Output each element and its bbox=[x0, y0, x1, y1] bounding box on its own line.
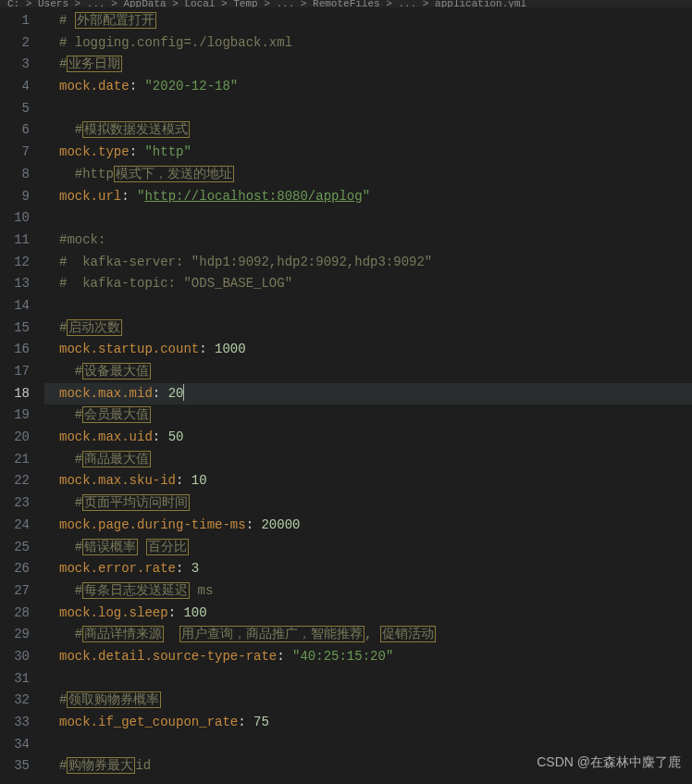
code-line[interactable]: mock.max.sku-id: 10 bbox=[44, 470, 692, 492]
code-line[interactable] bbox=[44, 295, 692, 317]
code-line[interactable]: mock.date: "2020-12-18" bbox=[44, 76, 692, 98]
code-line[interactable]: mock.error.rate: 3 bbox=[44, 558, 692, 580]
code-token: : bbox=[277, 649, 292, 664]
code-line[interactable]: #商品详情来源 用户查询，商品推广，智能推荐, 促销活动 bbox=[44, 624, 692, 646]
code-line[interactable]: #业务日期 bbox=[44, 54, 692, 76]
code-token: : bbox=[130, 79, 145, 93]
code-line[interactable] bbox=[44, 98, 692, 120]
line-number: 26 bbox=[0, 558, 44, 580]
code-line[interactable]: #每条日志发送延迟 ms bbox=[44, 580, 692, 603]
code-line[interactable]: # 外部配置打开 bbox=[44, 10, 692, 32]
code-token: 领取购物券概率 bbox=[67, 691, 161, 708]
code-line[interactable]: mock.type: "http" bbox=[44, 142, 692, 164]
code-token: 页面平均访问时间 bbox=[82, 494, 190, 511]
code-token: 外部配置打开 bbox=[75, 12, 156, 29]
code-token: mock.detail.source-type-rate bbox=[59, 649, 277, 664]
code-line[interactable]: #mock: bbox=[44, 230, 692, 252]
code-token: mock.type bbox=[59, 144, 130, 159]
code-line[interactable]: #页面平均访问时间 bbox=[44, 492, 692, 515]
code-line[interactable]: mock.max.mid: 20 bbox=[44, 383, 692, 405]
line-number: 21 bbox=[0, 449, 44, 471]
code-line[interactable]: #启动次数 bbox=[44, 317, 692, 340]
line-number: 7 bbox=[0, 142, 44, 164]
code-token: " bbox=[363, 189, 370, 204]
line-number: 27 bbox=[0, 580, 44, 603]
line-number: 5 bbox=[0, 98, 44, 120]
code-token: # bbox=[59, 407, 82, 422]
line-number: 11 bbox=[0, 230, 44, 252]
line-number: 19 bbox=[0, 404, 44, 427]
code-token: http://localhost:8080/applog bbox=[144, 189, 362, 204]
code-line[interactable]: #错误概率 百分比 bbox=[44, 537, 692, 559]
line-number: 4 bbox=[0, 76, 44, 98]
line-number: 14 bbox=[0, 295, 44, 317]
code-token: : bbox=[176, 473, 192, 488]
code-line[interactable] bbox=[44, 668, 692, 691]
code-token: : bbox=[130, 144, 145, 159]
code-token: 1000 bbox=[215, 342, 246, 356]
code-line[interactable] bbox=[44, 207, 692, 230]
code-line[interactable]: mock.max.uid: 50 bbox=[44, 427, 692, 449]
code-token: 10 bbox=[192, 473, 207, 488]
code-token: # bbox=[59, 495, 82, 510]
code-token: 启动次数 bbox=[67, 319, 122, 336]
code-token: 设备最大值 bbox=[82, 363, 151, 380]
code-line[interactable]: #商品最大值 bbox=[44, 449, 692, 471]
line-number: 25 bbox=[0, 537, 44, 559]
code-token: 促销活动 bbox=[380, 626, 436, 642]
code-token: mock.error.rate bbox=[59, 561, 176, 576]
code-token: , bbox=[365, 627, 380, 641]
code-line[interactable]: mock.if_get_coupon_rate: 75 bbox=[44, 712, 692, 734]
code-token: : bbox=[238, 715, 253, 729]
line-number: 2 bbox=[0, 32, 44, 55]
code-token: : bbox=[199, 342, 215, 356]
code-line[interactable]: mock.detail.source-type-rate: "40:25:15:… bbox=[44, 646, 692, 668]
code-token: : bbox=[153, 429, 168, 444]
line-number: 28 bbox=[0, 603, 44, 625]
code-line[interactable]: # kafka-topic: "ODS_BASE_LOG" bbox=[44, 273, 692, 295]
code-line[interactable]: # logging.config=./logback.xml bbox=[44, 32, 692, 55]
code-token: : bbox=[246, 517, 262, 532]
code-token: mock.date bbox=[59, 79, 130, 93]
code-token: : bbox=[176, 561, 192, 576]
code-line[interactable]: mock.log.sleep: 100 bbox=[44, 603, 692, 625]
line-number: 31 bbox=[0, 668, 44, 691]
line-number: 20 bbox=[0, 427, 44, 449]
code-token: # kafka-topic: "ODS_BASE_LOG" bbox=[59, 276, 292, 291]
code-line[interactable]: mock.page.during-time-ms: 20000 bbox=[44, 515, 692, 537]
code-token: mock.if_get_coupon_rate bbox=[59, 715, 238, 729]
code-token: 3 bbox=[192, 561, 199, 576]
code-line[interactable]: #购物券最大id bbox=[44, 755, 692, 778]
code-line[interactable]: #会员最大值 bbox=[44, 404, 692, 427]
code-line[interactable] bbox=[44, 734, 692, 756]
code-line[interactable]: #领取购物券概率 bbox=[44, 690, 692, 712]
code-line[interactable]: #模拟数据发送模式 bbox=[44, 119, 692, 142]
code-line[interactable]: #设备最大值 bbox=[44, 361, 692, 383]
code-token: 百分比 bbox=[146, 539, 189, 555]
code-token: 模式下，发送的地址 bbox=[114, 166, 234, 182]
code-token: mock.startup.count bbox=[59, 342, 199, 356]
code-token: # bbox=[59, 583, 82, 598]
code-line[interactable]: # kafka-server: "hdp1:9092,hdp2:9092,hdp… bbox=[44, 252, 692, 274]
code-token: # logging.config=./logback.xml bbox=[59, 35, 292, 50]
line-number: 22 bbox=[0, 470, 44, 492]
breadcrumb[interactable]: C: > Users > ... > AppData > Local > Tem… bbox=[0, 0, 692, 7]
code-editor[interactable]: 1234567891011121314151617181920212223242… bbox=[0, 7, 692, 784]
code-line[interactable]: mock.startup.count: 1000 bbox=[44, 339, 692, 361]
code-line[interactable]: #http模式下，发送的地址 bbox=[44, 164, 692, 186]
code-area[interactable]: # 外部配置打开# logging.config=./logback.xml#业… bbox=[44, 7, 692, 784]
code-token: # kafka-server: "hdp1:9092,hdp2:9092,hdp… bbox=[59, 255, 432, 269]
code-line[interactable]: mock.url: "http://localhost:8080/applog" bbox=[44, 186, 692, 208]
code-token: mock.log.sleep bbox=[59, 605, 168, 620]
code-token: mock.max.uid bbox=[59, 429, 153, 444]
code-token: 商品最大值 bbox=[82, 451, 151, 467]
line-number: 32 bbox=[0, 690, 44, 712]
line-number: 3 bbox=[0, 54, 44, 76]
line-number: 6 bbox=[0, 119, 44, 142]
line-number: 15 bbox=[0, 317, 44, 340]
line-number: 34 bbox=[0, 734, 44, 756]
line-number: 17 bbox=[0, 361, 44, 383]
code-token: "http" bbox=[144, 144, 191, 159]
code-token: "40:25:15:20" bbox=[292, 649, 393, 664]
code-token: 模拟数据发送模式 bbox=[82, 121, 190, 138]
